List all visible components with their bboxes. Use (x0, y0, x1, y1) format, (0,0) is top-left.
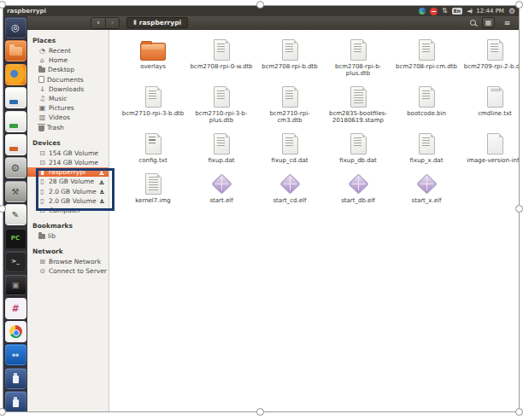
sidebar-item-volume-154gb[interactable]: ⊡154 GB Volume (27, 149, 109, 158)
file-item[interactable]: bcm2710-rpi-cm3.dtb (256, 82, 324, 129)
file-item[interactable]: bootcode.bin (392, 82, 461, 129)
file-label: cmdline.txt (478, 110, 512, 117)
file-item[interactable]: bcm2708-rpi-b-plus.dtb (324, 35, 392, 82)
chrome-glyph (9, 325, 22, 338)
item-label: Pictures (49, 104, 74, 112)
sidebar-item-desktop[interactable]: Desktop (27, 65, 109, 74)
sidebar-item-music[interactable]: ♫Music (27, 94, 109, 103)
file-item[interactable]: start_x.elf (392, 169, 461, 209)
indicator-applet-icon[interactable] (419, 8, 426, 15)
drive-icon: ⊡ (38, 159, 46, 166)
chrome-icon[interactable] (5, 321, 26, 342)
file-item[interactable]: start_cd.elf (256, 169, 324, 209)
file-item[interactable]: start.elf (187, 169, 256, 209)
file-item[interactable]: fixup_x.dat (392, 129, 461, 169)
usb-volume-icon-1[interactable] (5, 368, 26, 389)
file-item[interactable]: bcm2708-rpi-0-w.dtb (187, 35, 256, 82)
sidebar-item-lib[interactable]: lib (27, 231, 109, 241)
folder-icon (38, 234, 45, 239)
file-item[interactable]: kernel7.img (119, 169, 187, 209)
elf-file-icon (415, 172, 438, 195)
keyboard-layout-badge[interactable]: En (452, 8, 462, 15)
file-label: fixup_cd.dat (272, 157, 309, 164)
file-item[interactable]: fixup_cd.dat (256, 129, 324, 169)
software-tool-icon[interactable]: ⚒ (5, 181, 26, 202)
usb-volume-icon-2[interactable] (5, 391, 26, 412)
files-icon[interactable] (5, 40, 26, 61)
sidebar-item-downloads[interactable]: ↓Downloads (27, 85, 109, 94)
file-item[interactable]: bcm2835-bootfiles-20180619.stamp (324, 82, 392, 129)
sidebar-item-volume-214gb[interactable]: ⊡214 GB Volume (27, 158, 109, 167)
selection-handle[interactable] (256, 408, 264, 416)
selection-handle[interactable] (256, 1, 264, 9)
do-not-disturb-icon[interactable] (430, 8, 438, 15)
selection-handle[interactable] (515, 1, 523, 9)
binary-file-icon (350, 133, 367, 155)
clock[interactable]: 12:44 PM (476, 6, 504, 16)
gear-glyph: ⚙ (11, 162, 21, 174)
selection-handle[interactable] (515, 408, 523, 416)
file-item[interactable]: config.txt (119, 129, 187, 169)
selection-handle[interactable] (0, 408, 6, 416)
ubuntu-dash-icon[interactable]: ◎ (5, 17, 26, 38)
file-item[interactable]: bcm2710-rpi-3-b-plus.dtb (187, 82, 256, 129)
file-label: start.elf (209, 197, 232, 204)
network-arrows-icon[interactable]: ⇅ (442, 8, 448, 15)
sidebar-item-browse-network[interactable]: ⊞Browse Network (27, 257, 109, 266)
config-file-icon (145, 133, 162, 155)
file-item[interactable]: cmdline.txt (461, 82, 520, 129)
volume-icon[interactable]: ◄) (467, 8, 472, 15)
file-item-overlays[interactable]: overlays (119, 35, 187, 82)
places-header: Places (27, 36, 109, 46)
sidebar-item-connect-to-server[interactable]: ⊙Connect to Server (27, 266, 109, 276)
libreoffice-impress-icon[interactable] (5, 134, 26, 155)
sidebar-item-recent[interactable]: ◔Recent (27, 46, 109, 55)
item-label: 154 GB Volume (49, 149, 98, 157)
text-editor-icon[interactable]: ✎ (5, 204, 26, 225)
elf-file-icon (347, 172, 369, 195)
slack-icon[interactable]: # (5, 298, 26, 319)
file-item[interactable]: bcm2709-rpi-2-b.dtb (461, 35, 520, 82)
binary-file-icon (282, 86, 298, 108)
unity-launcher: ◎ ⚙ ⚒ ✎ PC >_ ▣ # ⇔ (3, 16, 27, 411)
folder-glyph (9, 47, 22, 55)
sidebar-item-documents[interactable]: Documents (27, 75, 109, 85)
teamviewer-icon[interactable]: ⇔ (5, 344, 26, 365)
text-file-icon (487, 86, 503, 108)
sidebar-item-trash[interactable]: Trash (27, 123, 109, 132)
search-icon[interactable] (470, 20, 476, 26)
file-label: fixup_db.dat (339, 157, 377, 164)
binary-file-icon (282, 39, 298, 61)
network-icon: ⊞ (38, 258, 46, 265)
usb-stick-glyph (13, 397, 19, 407)
file-item[interactable]: fixup.dat (187, 129, 256, 169)
sidebar-item-home[interactable]: ⌂Home (27, 55, 109, 65)
libreoffice-writer-icon[interactable] (5, 87, 26, 108)
menu-button[interactable]: ≡ (501, 17, 514, 28)
system-settings-icon[interactable]: ⚙ (5, 157, 26, 178)
item-label: Browse Network (49, 258, 101, 265)
file-item[interactable]: image-version-info (461, 129, 520, 169)
binary-file-icon (419, 133, 435, 155)
forward-button[interactable]: › (105, 18, 119, 28)
pycharm-icon[interactable]: PC (5, 228, 26, 249)
document-icon (38, 76, 44, 83)
back-button[interactable]: ‹ (91, 18, 105, 28)
file-item[interactable]: bcm2710-rpi-3-b.dtb (119, 82, 187, 129)
breadcrumb[interactable]: ▮ raspberrypi (126, 17, 188, 28)
video-icon: ▥ (38, 114, 46, 121)
firefox-icon[interactable] (5, 64, 26, 85)
selection-handle[interactable] (515, 205, 523, 213)
libreoffice-calc-icon[interactable] (5, 111, 26, 132)
sidebar-item-pictures[interactable]: ▣Pictures (27, 103, 109, 113)
file-item[interactable]: bcm2708-rpi-b.dtb (256, 35, 324, 82)
session-gear-icon[interactable]: ⚙ (508, 7, 515, 15)
terminal-icon[interactable]: >_ (5, 251, 26, 272)
file-label: bcm2708-rpi-0-w.dtb (190, 63, 252, 70)
file-item[interactable]: start_db.elf (324, 169, 392, 209)
console-app-icon[interactable]: ▣ (5, 274, 26, 295)
grid-view-button[interactable]: ▦ (482, 17, 495, 28)
file-item[interactable]: bcm2708-rpi-cm.dtb (392, 35, 461, 82)
file-item[interactable]: fixup_db.dat (324, 129, 392, 169)
sidebar-item-videos[interactable]: ▥Videos (27, 113, 109, 122)
